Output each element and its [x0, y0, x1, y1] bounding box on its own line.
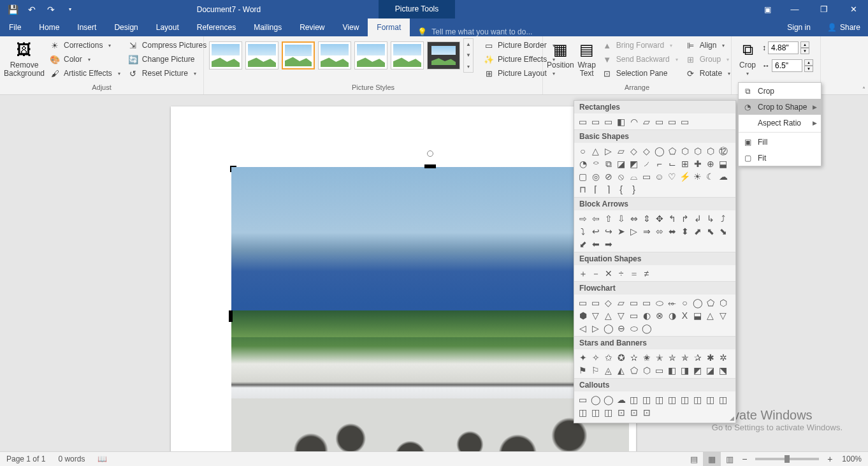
shape-option[interactable]: ◯ — [602, 393, 614, 405]
shape-option[interactable]: ⬡ — [691, 145, 704, 157]
shape-option[interactable]: ⌈ — [590, 183, 602, 195]
shape-option[interactable]: ◇ — [602, 296, 614, 309]
shape-option[interactable]: ↳ — [704, 212, 716, 224]
align-button[interactable]: ⊫Align — [683, 38, 733, 52]
sign-in-link[interactable]: Sign in — [778, 18, 820, 36]
picture-style-thumb[interactable] — [245, 41, 278, 69]
shape-option[interactable]: ⚑ — [577, 364, 589, 376]
shape-option[interactable]: ☁ — [615, 393, 627, 405]
shape-option[interactable]: ⬭ — [653, 296, 665, 309]
status-page[interactable]: Page 1 of 1 — [0, 455, 52, 463]
height-input[interactable] — [768, 41, 799, 54]
shape-option[interactable]: ⊕ — [704, 157, 716, 170]
shape-option[interactable]: ◯ — [602, 322, 614, 334]
shape-option[interactable]: ✚ — [691, 157, 704, 170]
spin-down-icon[interactable]: ▼ — [800, 48, 809, 54]
shape-option[interactable]: ◎ — [590, 170, 602, 182]
tell-me-search[interactable]: 💡 Tell me what you want to do... — [410, 27, 778, 36]
redo-icon[interactable]: ↷ — [42, 2, 60, 17]
shape-option[interactable]: ▭ — [640, 170, 653, 182]
shape-option[interactable]: ⇦ — [590, 212, 602, 224]
shape-option[interactable]: － — [590, 267, 602, 279]
shape-option[interactable]: ⌓ — [628, 170, 640, 182]
restore-icon[interactable]: ❐ — [809, 0, 839, 18]
shape-option[interactable]: ▭ — [679, 115, 691, 127]
shape-option[interactable]: ▽ — [590, 309, 602, 321]
shape-option[interactable]: ▷ — [628, 225, 640, 237]
rotate-handle-icon[interactable] — [427, 150, 433, 157]
shape-option[interactable]: ◩ — [628, 157, 640, 170]
shape-option[interactable]: ▱ — [615, 145, 627, 157]
shape-option[interactable]: ✮ — [666, 351, 678, 363]
shape-option[interactable]: ▱ — [615, 296, 627, 309]
shape-option[interactable]: ⬰ — [666, 296, 678, 309]
shape-option[interactable]: ⬠ — [666, 145, 678, 157]
shape-option[interactable]: ⬅ — [590, 238, 602, 250]
position-button[interactable]: ▦ Position — [547, 38, 574, 69]
resize-grip-icon[interactable]: ◢ — [730, 415, 734, 421]
change-picture-button[interactable]: 🔄Change Picture — [126, 52, 209, 66]
ribbon-display-options-icon[interactable]: ▣ — [755, 0, 780, 18]
shape-option[interactable]: X — [679, 309, 691, 321]
shape-option[interactable]: ▭ — [628, 309, 640, 321]
save-icon[interactable]: 💾 — [4, 2, 22, 17]
shape-option[interactable]: ◫ — [640, 393, 653, 405]
shape-option[interactable]: ◔ — [577, 157, 589, 170]
tab-mailings[interactable]: Mailings — [245, 18, 291, 36]
shape-option[interactable]: ◫ — [628, 393, 640, 405]
picture-style-thumb[interactable] — [354, 41, 387, 69]
shape-option[interactable]: ◫ — [691, 393, 704, 405]
shape-option[interactable]: ⊡ — [628, 406, 640, 418]
shape-option[interactable]: ⌐ — [653, 157, 665, 170]
shape-option[interactable]: ◁ — [577, 322, 589, 334]
selection-pane-button[interactable]: ⊡Selection Pane — [600, 66, 681, 80]
shape-option[interactable]: ✲ — [717, 351, 729, 363]
shape-option[interactable]: ⊞ — [679, 157, 691, 170]
shape-option[interactable]: ⬡ — [679, 145, 691, 157]
tab-references[interactable]: References — [188, 18, 245, 36]
group-button[interactable]: ⊞Group — [683, 52, 733, 66]
shape-option[interactable]: ▭ — [577, 296, 589, 309]
shape-option[interactable]: ◨ — [679, 364, 691, 376]
corrections-button[interactable]: ☀Corrections — [47, 38, 123, 52]
shape-option[interactable]: ◫ — [577, 406, 589, 418]
crop-menu-fit[interactable]: ▢Fit — [739, 150, 821, 166]
view-read-icon[interactable]: ▤ — [685, 452, 703, 467]
shape-option[interactable]: ☾ — [704, 170, 716, 182]
tab-file[interactable]: File — [0, 18, 30, 36]
shape-option[interactable]: ⬠ — [704, 296, 716, 309]
shape-option[interactable]: ◫ — [717, 393, 729, 405]
tab-format[interactable]: Format — [368, 18, 410, 36]
tab-view[interactable]: View — [334, 18, 368, 36]
zoom-level[interactable]: 100% — [835, 455, 868, 463]
status-words[interactable]: 0 words — [52, 455, 91, 463]
shape-option[interactable]: △ — [602, 309, 614, 321]
shape-option[interactable]: ⌉ — [602, 183, 614, 195]
crop-button[interactable]: ⧉ Crop ▾ — [735, 38, 760, 76]
shape-option[interactable]: ⌔ — [590, 157, 602, 170]
shape-option[interactable]: ⊓ — [577, 183, 589, 195]
collapse-ribbon-icon[interactable]: ˄ — [862, 86, 865, 93]
shape-option[interactable]: ≠ — [640, 267, 653, 279]
shape-option[interactable]: ▭ — [640, 296, 653, 309]
status-proofing-icon[interactable]: 📖 — [91, 455, 113, 463]
shape-option[interactable]: △ — [704, 309, 716, 321]
shape-option[interactable]: ⬡ — [640, 364, 653, 376]
minimize-icon[interactable]: — — [780, 0, 809, 18]
shape-option[interactable]: ⟋ — [640, 157, 653, 170]
shape-option[interactable]: ⬌ — [666, 225, 678, 237]
zoom-out-icon[interactable]: − — [739, 454, 750, 464]
shape-option[interactable]: ⑫ — [717, 145, 729, 157]
compress-pictures-button[interactable]: ⇲Compress Pictures — [126, 38, 209, 52]
shape-option[interactable]: ◯ — [640, 322, 653, 334]
shape-option[interactable]: ◫ — [590, 406, 602, 418]
width-input[interactable] — [772, 59, 802, 72]
view-print-icon[interactable]: ▦ — [703, 452, 721, 467]
shape-option[interactable]: ▢ — [577, 170, 589, 182]
shape-option[interactable]: ▭ — [628, 296, 640, 309]
shape-option[interactable]: ◧ — [666, 364, 678, 376]
gallery-more-icon[interactable]: ▾ — [464, 61, 473, 72]
shape-option[interactable]: ✭ — [653, 351, 665, 363]
gallery-up-icon[interactable]: ▲ — [464, 39, 473, 50]
shape-option[interactable]: ▷ — [590, 322, 602, 334]
